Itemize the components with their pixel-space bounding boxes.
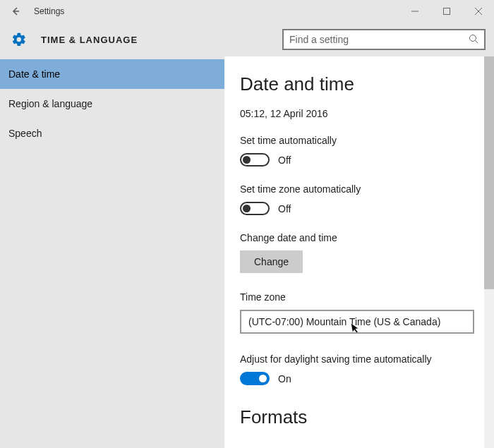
sidebar-item-region-language[interactable]: Region & language bbox=[0, 89, 224, 119]
scrollbar-thumb[interactable] bbox=[484, 56, 494, 289]
dst-state: On bbox=[278, 373, 291, 385]
maximize-icon bbox=[443, 8, 450, 15]
close-icon bbox=[475, 8, 482, 15]
dst-label: Adjust for daylight saving time automati… bbox=[240, 353, 494, 365]
change-button[interactable]: Change bbox=[240, 250, 303, 273]
page-title: TIME & LANGUAGE bbox=[41, 35, 138, 45]
formats-title: Formats bbox=[240, 406, 494, 428]
minimize-icon bbox=[411, 8, 418, 15]
timezone-label: Time zone bbox=[240, 291, 494, 303]
set-time-auto-label: Set time automatically bbox=[240, 135, 494, 146]
window-title: Settings bbox=[34, 6, 64, 16]
gear-icon bbox=[11, 32, 27, 47]
sidebar-item-label: Speech bbox=[8, 128, 42, 139]
change-dt-label: Change date and time bbox=[240, 232, 494, 243]
search-icon bbox=[469, 34, 478, 46]
back-arrow-icon bbox=[11, 6, 20, 16]
set-time-auto-toggle[interactable] bbox=[240, 153, 270, 167]
search-input[interactable] bbox=[289, 34, 469, 45]
set-tz-auto-state: Off bbox=[278, 203, 291, 214]
sidebar-item-date-time[interactable]: Date & time bbox=[0, 59, 224, 89]
timezone-dropdown[interactable]: (UTC-07:00) Mountain Time (US & Canada) bbox=[240, 310, 474, 334]
back-button[interactable] bbox=[6, 1, 25, 21]
set-tz-auto-toggle[interactable] bbox=[240, 202, 270, 215]
sidebar-item-label: Region & language bbox=[8, 98, 92, 109]
sidebar-item-label: Date & time bbox=[8, 68, 60, 80]
set-time-auto-state: Off bbox=[278, 155, 291, 166]
close-button[interactable] bbox=[462, 0, 494, 23]
scrollbar-track[interactable] bbox=[484, 56, 494, 448]
set-tz-auto-label: Set time zone automatically bbox=[240, 183, 494, 195]
content-title: Date and time bbox=[240, 73, 494, 95]
titlebar: Settings bbox=[0, 0, 494, 23]
sidebar: Date & time Region & language Speech bbox=[0, 56, 224, 448]
svg-rect-0 bbox=[443, 8, 450, 15]
maximize-button[interactable] bbox=[430, 0, 462, 23]
dst-toggle[interactable] bbox=[240, 372, 270, 385]
svg-point-1 bbox=[470, 35, 476, 41]
content-pane: Date and time 05:12, 12 April 2016 Set t… bbox=[224, 56, 494, 448]
timezone-value: (UTC-07:00) Mountain Time (US & Canada) bbox=[248, 316, 440, 327]
sidebar-item-speech[interactable]: Speech bbox=[0, 119, 224, 148]
search-box[interactable] bbox=[282, 29, 486, 50]
header: TIME & LANGUAGE bbox=[0, 23, 494, 56]
minimize-button[interactable] bbox=[399, 0, 430, 23]
current-datetime: 05:12, 12 April 2016 bbox=[240, 108, 494, 119]
